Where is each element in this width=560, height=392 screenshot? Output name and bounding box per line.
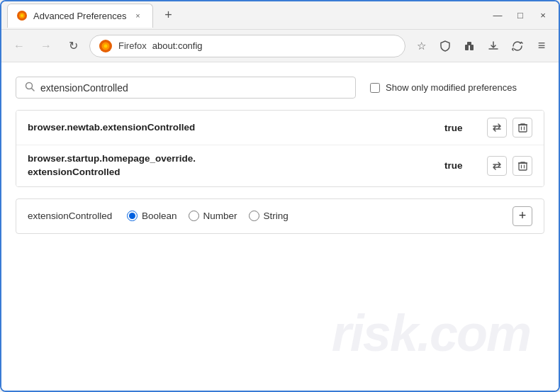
- firefox-tab-icon: [16, 10, 28, 21]
- window-controls: — □ ×: [488, 6, 553, 26]
- boolean-radio[interactable]: [127, 211, 138, 221]
- search-box[interactable]: [16, 77, 356, 99]
- watermark: risk.com: [332, 304, 530, 362]
- swap-icon: [492, 161, 502, 171]
- title-bar: Advanced Preferences × + — □ ×: [1, 1, 559, 30]
- number-option[interactable]: Number: [189, 211, 237, 221]
- result-actions-2: [487, 156, 532, 176]
- string-radio[interactable]: [249, 211, 259, 221]
- pref-value-2: true: [444, 160, 473, 171]
- back-button[interactable]: ←: [9, 35, 30, 57]
- downloads-icon: [483, 36, 503, 56]
- svg-rect-8: [467, 42, 471, 45]
- tab-close-btn[interactable]: ×: [133, 10, 144, 21]
- nav-icons: ☆: [411, 36, 551, 56]
- bookmark-icon[interactable]: ☆: [411, 36, 431, 56]
- menu-button[interactable]: ≡: [532, 36, 551, 56]
- swap-button-2[interactable]: [487, 156, 507, 176]
- trash-icon: [518, 161, 527, 171]
- address-bar: Firefox about:config: [89, 35, 405, 57]
- table-row: browser.startup.homepage_override. exten…: [16, 145, 544, 186]
- reload-button[interactable]: ↻: [62, 35, 84, 57]
- new-tab-button[interactable]: +: [159, 6, 179, 26]
- url-bar-text[interactable]: about:config: [152, 40, 203, 51]
- search-input[interactable]: [40, 82, 347, 94]
- delete-button-1[interactable]: [513, 118, 532, 138]
- new-pref-row: extensionControlled Boolean Number Strin…: [16, 198, 544, 234]
- svg-rect-7: [470, 45, 474, 50]
- trash-icon: [518, 123, 527, 133]
- extension-icon: [459, 36, 479, 56]
- table-row: browser.newtab.extensionControlled true: [16, 111, 544, 145]
- minimize-button[interactable]: —: [488, 6, 508, 26]
- modified-only-label: Show only modified preferences: [386, 82, 517, 93]
- svg-point-5: [104, 44, 108, 47]
- add-pref-button[interactable]: +: [513, 206, 532, 226]
- firefox-logo: [99, 39, 113, 53]
- boolean-option[interactable]: Boolean: [127, 211, 177, 221]
- checkbox-area[interactable]: Show only modified preferences: [370, 82, 517, 93]
- string-option[interactable]: String: [249, 211, 289, 221]
- delete-button-2[interactable]: [513, 156, 532, 176]
- type-radio-group: Boolean Number String: [127, 211, 289, 221]
- number-radio[interactable]: [189, 211, 199, 221]
- pref-name-1: browser.newtab.extensionControlled: [28, 121, 444, 135]
- modified-only-checkbox[interactable]: [370, 83, 380, 93]
- browser-window: Advanced Preferences × + — □ × ← → ↻ Fir…: [0, 0, 560, 392]
- forward-button[interactable]: →: [35, 35, 57, 57]
- new-pref-name: extensionControlled: [28, 211, 113, 221]
- svg-line-10: [32, 89, 35, 91]
- browser-tab[interactable]: Advanced Preferences ×: [7, 4, 153, 28]
- svg-point-2: [21, 14, 23, 17]
- nav-bar: ← → ↻ Firefox about:config ☆: [1, 30, 559, 62]
- shield-icon: [435, 36, 455, 56]
- tab-title: Advanced Preferences: [33, 11, 127, 21]
- search-icon: [25, 82, 35, 94]
- string-label: String: [264, 211, 289, 221]
- close-button[interactable]: ×: [533, 6, 553, 26]
- boolean-label: Boolean: [142, 211, 177, 221]
- svg-rect-11: [519, 125, 527, 132]
- svg-rect-15: [519, 163, 527, 170]
- svg-rect-6: [465, 45, 469, 50]
- browser-name-label: Firefox: [118, 40, 147, 51]
- maximize-button[interactable]: □: [510, 6, 530, 26]
- pref-name-2: browser.startup.homepage_override. exten…: [28, 152, 444, 179]
- page-content: risk.com Show only modified preferences: [1, 62, 559, 391]
- search-area: Show only modified preferences: [16, 77, 544, 99]
- results-table: browser.newtab.extensionControlled true: [16, 110, 544, 187]
- swap-button-1[interactable]: [487, 118, 507, 138]
- swap-icon: [492, 123, 502, 133]
- sync-icon: [508, 36, 527, 56]
- result-actions-1: [487, 118, 532, 138]
- number-label: Number: [203, 211, 237, 221]
- pref-value-1: true: [444, 123, 473, 133]
